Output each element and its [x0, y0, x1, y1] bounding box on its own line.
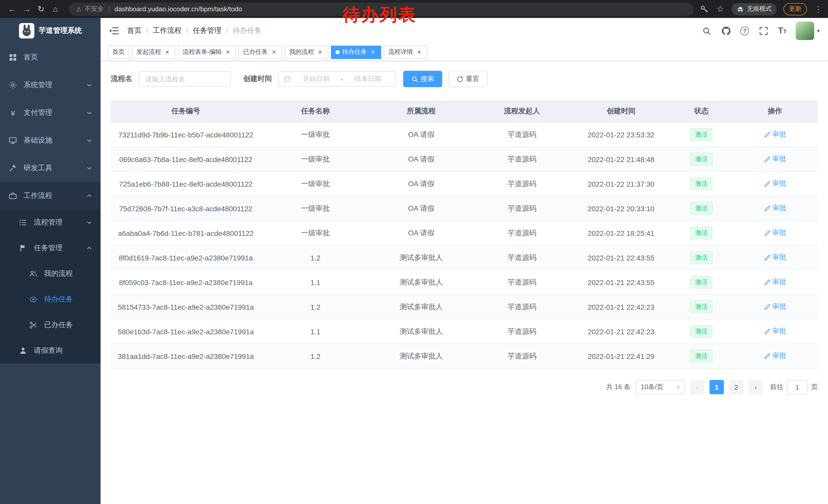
- avatar[interactable]: [796, 21, 815, 40]
- tab-2[interactable]: 流程表单-编辑×: [178, 45, 236, 59]
- table-row: 725a1eb6-7b88-11ec-8ef0-acde48001122一级审批…: [111, 172, 818, 196]
- approve-button[interactable]: 审批: [763, 352, 786, 361]
- sidebar-collapse-icon[interactable]: [109, 26, 119, 36]
- sidebar-item-my-process[interactable]: 我的流程: [0, 261, 100, 287]
- cell-task-name: 一级审批: [261, 172, 370, 196]
- browser-home-icon[interactable]: ⌂: [48, 2, 63, 16]
- cell-action: 审批: [732, 319, 818, 344]
- github-icon[interactable]: [721, 26, 731, 36]
- cell-action: 审批: [732, 344, 818, 368]
- edit-pencil-icon: [763, 353, 770, 359]
- approve-button[interactable]: 审批: [763, 228, 786, 238]
- help-icon[interactable]: ?: [741, 27, 749, 35]
- close-icon[interactable]: ×: [317, 48, 324, 56]
- page-size-select[interactable]: 10条/页 ▾: [636, 380, 685, 394]
- cell-process: 测试多审批人: [370, 319, 472, 344]
- address-divider: [109, 5, 110, 12]
- status-badge: 激活: [690, 301, 713, 313]
- status-badge: 激活: [690, 128, 713, 141]
- goto-page-input[interactable]: [787, 380, 808, 394]
- browser-forward-icon[interactable]: →: [19, 2, 34, 16]
- close-icon[interactable]: ×: [164, 48, 171, 56]
- approve-button[interactable]: 审批: [763, 302, 786, 312]
- table-row: 580e1b3d-7ac8-11ec-a9e2-a2380e71991a1.1测…: [111, 319, 818, 344]
- tab-6[interactable]: 流程详情×: [384, 45, 427, 59]
- sidebar-item-home[interactable]: 首页: [0, 44, 100, 71]
- page-button-2[interactable]: 2: [729, 380, 743, 394]
- sidebar-item-devtools[interactable]: 研发工具: [0, 154, 100, 182]
- password-key-icon[interactable]: [700, 4, 709, 13]
- approve-button[interactable]: 审批: [763, 179, 786, 188]
- end-date-placeholder[interactable]: 结束日期: [345, 74, 390, 84]
- process-name-input[interactable]: [138, 71, 231, 87]
- status-badge: 激活: [690, 251, 713, 264]
- page-button-1[interactable]: 1: [709, 380, 724, 394]
- update-button[interactable]: 更新: [783, 3, 807, 15]
- app-logo[interactable]: 芋道管理系统: [0, 18, 100, 44]
- next-page-button[interactable]: ›: [748, 380, 763, 394]
- approve-button[interactable]: 审批: [763, 327, 786, 336]
- tab-4[interactable]: 我的流程×: [285, 45, 328, 59]
- user-menu[interactable]: ▾: [796, 21, 820, 40]
- sidebar-item-workflow[interactable]: 工作流程: [0, 182, 100, 210]
- search-icon: [411, 76, 418, 82]
- todo-eye-icon: [29, 295, 38, 304]
- fullscreen-icon[interactable]: [758, 26, 769, 36]
- create-time-label: 创建时间: [243, 74, 272, 84]
- breadcrumb-workflow[interactable]: 工作流程: [153, 26, 181, 35]
- tab-0[interactable]: 首页: [108, 45, 129, 59]
- tab-5[interactable]: 待办任务×: [331, 45, 381, 59]
- search-icon[interactable]: [702, 26, 712, 36]
- cell-status: 激活: [670, 245, 732, 270]
- sidebar-item-label: 流程管理: [34, 218, 86, 227]
- approve-button[interactable]: 审批: [763, 130, 786, 139]
- reset-button[interactable]: 重置: [448, 71, 487, 87]
- incognito-badge: 无痕模式: [732, 3, 777, 15]
- breadcrumb-task-management[interactable]: 任务管理: [193, 26, 222, 35]
- close-icon[interactable]: ×: [224, 48, 232, 56]
- font-size-icon[interactable]: TT: [778, 26, 787, 36]
- screen: ← → ↻ ⌂ ⚠ 不安全 dashboard.yudao.iocoder.cn…: [0, 0, 828, 504]
- edit-pencil-icon: [763, 304, 770, 310]
- close-icon[interactable]: ×: [271, 48, 278, 56]
- sidebar-item-process-management[interactable]: 流程管理: [0, 210, 100, 235]
- table-row: 8f0d1619-7ac8-11ec-a9e2-a2380e71991a1.2测…: [111, 245, 818, 270]
- approve-button[interactable]: 审批: [763, 154, 786, 164]
- cell-initiator: 芋道源码: [472, 221, 572, 245]
- browser-back-icon[interactable]: ←: [5, 2, 19, 16]
- approve-label: 审批: [772, 302, 786, 312]
- approve-label: 审批: [772, 204, 786, 213]
- bookmark-star-icon[interactable]: ☆: [716, 4, 725, 13]
- sidebar-item-payment[interactable]: ¥ 支付管理: [0, 99, 100, 127]
- sidebar-item-infrastructure[interactable]: 基础设施: [0, 127, 100, 154]
- tab-1[interactable]: 发起流程×: [132, 45, 175, 59]
- sidebar-item-label: 工作流程: [24, 191, 86, 200]
- search-button[interactable]: 搜索: [403, 71, 442, 87]
- approve-button[interactable]: 审批: [763, 278, 786, 287]
- cell-task-name: 1.1: [261, 319, 370, 344]
- payment-icon: ¥: [8, 108, 17, 118]
- sidebar-item-task-management[interactable]: 任务管理: [0, 235, 100, 261]
- tab-label: 发起流程: [136, 48, 161, 56]
- start-date-placeholder[interactable]: 开始日期: [293, 74, 339, 84]
- edit-pencil-icon: [763, 205, 770, 212]
- browser-menu-icon[interactable]: ⋮: [814, 4, 823, 13]
- breadcrumb-home[interactable]: 首页: [127, 26, 141, 35]
- pagination: 共 16 条 10条/页 ▾ ‹ 1 2 › 前往 页: [111, 380, 818, 394]
- close-icon[interactable]: ×: [369, 48, 377, 56]
- sidebar-item-done-tasks[interactable]: 已办任务: [0, 312, 100, 338]
- date-range-picker[interactable]: 开始日期 - 结束日期: [278, 71, 396, 87]
- prev-page-button[interactable]: ‹: [690, 380, 704, 394]
- sidebar-item-todo-tasks[interactable]: 待办任务: [0, 287, 100, 312]
- cell-process: OA 请假: [370, 122, 472, 147]
- cell-task-id: a6aba0a4-7b6d-11ec-b781-acde48001122: [111, 221, 261, 245]
- tab-3[interactable]: 已办任务×: [239, 45, 282, 59]
- sidebar-item-system[interactable]: 系统管理: [0, 71, 100, 99]
- person-icon: [18, 346, 28, 355]
- browser-reload-icon[interactable]: ↻: [34, 2, 48, 16]
- sidebar-item-leave-query[interactable]: 请假查询: [0, 338, 100, 364]
- workflow-icon: [8, 191, 17, 200]
- close-icon[interactable]: ×: [416, 48, 423, 56]
- approve-button[interactable]: 审批: [763, 253, 786, 262]
- approve-button[interactable]: 审批: [763, 204, 786, 213]
